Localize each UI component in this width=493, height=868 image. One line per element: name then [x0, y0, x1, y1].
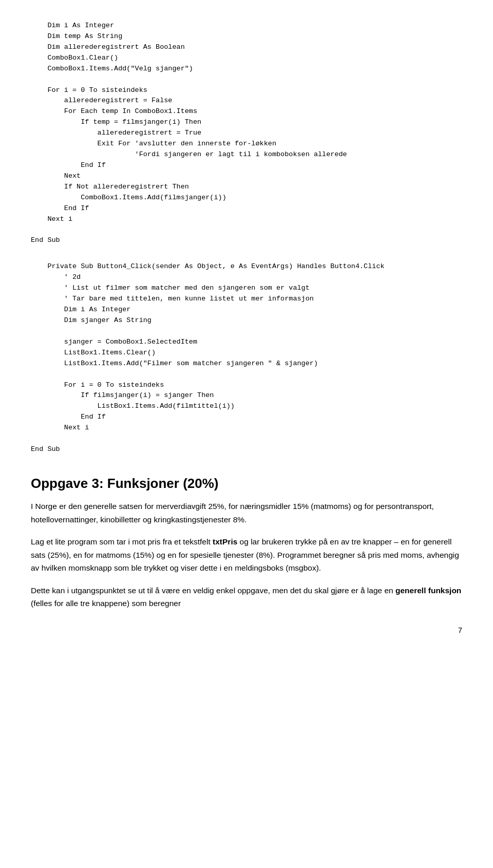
paragraph-2-before: Lag et lite program som tar i mot pris f… — [31, 537, 213, 546]
code-block-1: Dim i As Integer Dim temp As String Dim … — [31, 21, 462, 246]
code-block-2: Private Sub Button4_Click(sender As Obje… — [31, 261, 462, 455]
paragraph-3: Dette kan i utgangspunktet se ut til å v… — [31, 584, 462, 610]
paragraph-1: I Norge er den generelle satsen for merv… — [31, 500, 462, 526]
paragraph-3-before: Dette kan i utgangspunktet se ut til å v… — [31, 586, 395, 595]
paragraph-2: Lag et lite program som tar i mot pris f… — [31, 535, 462, 575]
paragraph-3-after: (felles for alle tre knappene) som bereg… — [31, 599, 181, 608]
paragraph-2-bold: txtPris — [213, 537, 237, 546]
paragraph-3-bold: generell funksjon — [395, 586, 461, 595]
section-heading: Oppgave 3: Funksjoner (20%) — [31, 476, 462, 492]
page-number: 7 — [31, 626, 462, 634]
